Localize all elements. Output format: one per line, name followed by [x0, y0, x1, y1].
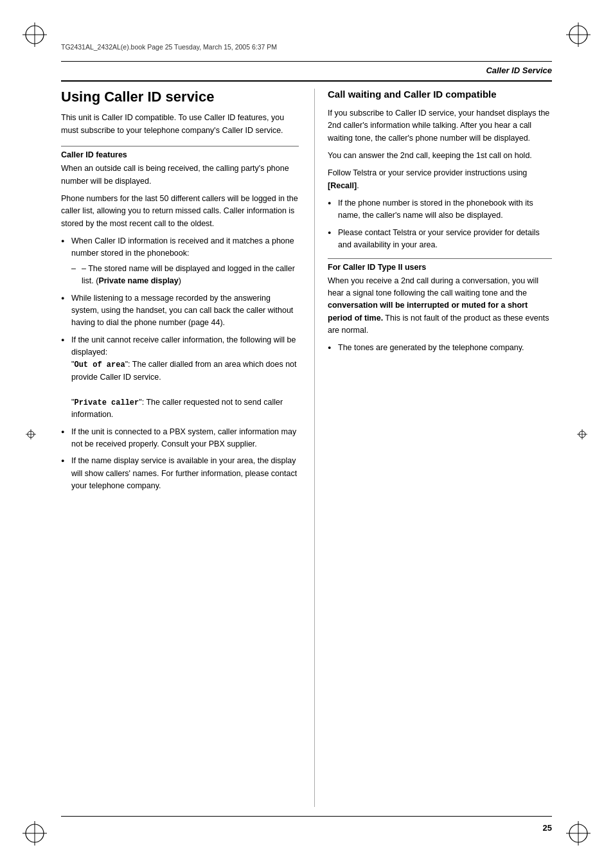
- right-body-2: You can answer the 2nd call, keeping the…: [328, 150, 552, 162]
- crosshair-right: [577, 429, 587, 439]
- caller-id-features-rule: [61, 146, 299, 146]
- bullet-4: If the unit is connected to a PBX system…: [61, 426, 299, 451]
- left-column: Using Caller ID service This unit is Cal…: [61, 89, 299, 807]
- section-rule: [61, 80, 552, 82]
- body-text-2: Phone numbers for the last 50 different …: [61, 193, 299, 230]
- section-title: Caller ID Service: [486, 66, 552, 75]
- corner-mark-bl: [19, 818, 50, 849]
- right-bullet-list-1: If the phone number is stored in the pho…: [328, 197, 552, 252]
- right-body-1: If you subscribe to Caller ID service, y…: [328, 107, 552, 145]
- page-number: 25: [543, 823, 552, 833]
- right-heading: Call waiting and Caller ID compatible: [328, 89, 552, 101]
- bullet-1: When Caller ID information is received a…: [61, 235, 299, 288]
- right-body-4: When you receive a 2nd call during a con…: [328, 275, 552, 337]
- left-bullet-list: When Caller ID information is received a…: [61, 235, 299, 493]
- crosshair-left: [26, 429, 36, 439]
- right-body-3: Follow Telstra or your service provider …: [328, 167, 552, 192]
- bullet-5: If the name display service is available…: [61, 455, 299, 492]
- type-ii-heading: For Caller ID Type II users: [328, 263, 552, 272]
- caller-id-features-heading: Caller ID features: [61, 150, 299, 159]
- header: TG2431AL_2432AL(e).book Page 25 Tuesday,…: [61, 37, 552, 57]
- type-ii-rule: [328, 258, 552, 259]
- right-column: Call waiting and Caller ID compatible If…: [314, 89, 552, 807]
- right-bullet-list-2: The tones are generated by the telephone…: [328, 342, 552, 354]
- sub-bullet-1: – The stored name will be displayed and …: [71, 263, 299, 288]
- right-bullet-2: Please contact Telstra or your service p…: [328, 227, 552, 252]
- header-meta: TG2431AL_2432AL(e).book Page 25 Tuesday,…: [61, 43, 277, 51]
- bullet-2: While listening to a message recorded by…: [61, 292, 299, 330]
- corner-mark-tl: [19, 19, 50, 50]
- body-text-1: When an outside call is being received, …: [61, 163, 299, 188]
- bullet-3: If the unit cannot receive caller inform…: [61, 334, 299, 421]
- top-rule: [61, 61, 552, 62]
- content-area: Using Caller ID service This unit is Cal…: [61, 89, 552, 807]
- right-bullet-1: If the phone number is stored in the pho…: [328, 197, 552, 222]
- intro-text: This unit is Caller ID compatible. To us…: [61, 112, 299, 137]
- corner-mark-tr: [563, 19, 594, 50]
- bottom-rule: [61, 816, 552, 817]
- page: TG2431AL_2432AL(e).book Page 25 Tuesday,…: [0, 0, 613, 868]
- right-bullet-3: The tones are generated by the telephone…: [328, 342, 552, 354]
- left-heading: Using Caller ID service: [61, 89, 299, 105]
- corner-mark-br: [563, 818, 594, 849]
